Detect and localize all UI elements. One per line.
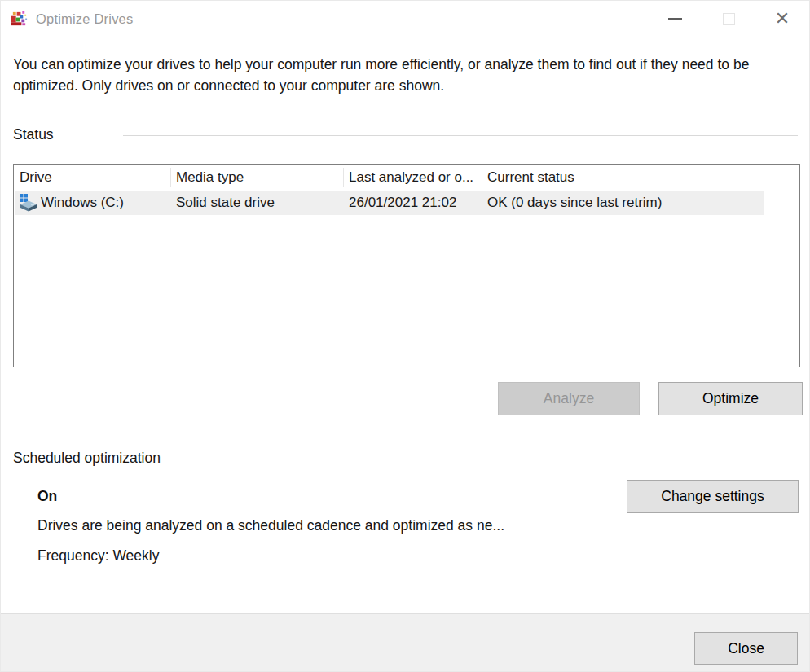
dialog-description: You can optimize your drives to help you… bbox=[13, 55, 755, 96]
status-section-divider bbox=[123, 135, 798, 136]
schedule-state: On bbox=[37, 488, 57, 505]
drive-list-header: Drive Media type Last analyzed or o... C… bbox=[14, 165, 799, 191]
column-separator bbox=[764, 168, 764, 187]
schedule-section-divider bbox=[182, 459, 798, 459]
optimize-button[interactable]: Optimize bbox=[658, 382, 803, 415]
change-settings-button[interactable]: Change settings bbox=[627, 480, 799, 513]
cell-drive: Windows (C:) bbox=[41, 191, 124, 215]
column-separator bbox=[343, 168, 344, 187]
column-header-drive[interactable]: Drive bbox=[20, 165, 169, 191]
status-section-heading: Status bbox=[13, 126, 54, 143]
analyze-button[interactable]: Analyze bbox=[498, 382, 640, 415]
footer-bar bbox=[1, 613, 809, 671]
cell-current-status: OK (0 days since last retrim) bbox=[487, 191, 662, 215]
system-drive-icon bbox=[19, 193, 38, 213]
optimize-drives-window: Optimize Drives ✕ You can optimize your … bbox=[0, 0, 810, 672]
defrag-app-icon bbox=[10, 10, 29, 29]
maximize-icon bbox=[723, 13, 735, 25]
column-header-media-type[interactable]: Media type bbox=[176, 165, 341, 191]
close-icon: ✕ bbox=[775, 10, 790, 28]
column-separator bbox=[482, 168, 482, 187]
drive-row-windows-c[interactable]: Windows (C:) Solid state drive 26/01/202… bbox=[15, 191, 764, 215]
close-window-button[interactable]: ✕ bbox=[755, 1, 809, 37]
schedule-frequency: Frequency: Weekly bbox=[37, 547, 159, 564]
close-button[interactable]: Close bbox=[694, 632, 798, 665]
column-header-last-analyzed[interactable]: Last analyzed or o... bbox=[349, 165, 478, 191]
column-separator bbox=[170, 168, 171, 187]
titlebar: Optimize Drives ✕ bbox=[1, 1, 809, 37]
drive-list: Drive Media type Last analyzed or o... C… bbox=[13, 164, 800, 367]
cell-last-analyzed: 26/01/2021 21:02 bbox=[349, 191, 456, 215]
minimize-button[interactable] bbox=[648, 1, 702, 37]
window-title: Optimize Drives bbox=[36, 11, 133, 27]
window-controls: ✕ bbox=[648, 1, 809, 37]
minimize-icon bbox=[668, 18, 682, 20]
maximize-button[interactable] bbox=[702, 1, 755, 37]
schedule-section-heading: Scheduled optimization bbox=[13, 450, 161, 467]
column-header-current-status[interactable]: Current status bbox=[487, 165, 760, 191]
schedule-description: Drives are being analyzed on a scheduled… bbox=[37, 517, 504, 534]
cell-media-type: Solid state drive bbox=[176, 191, 275, 215]
